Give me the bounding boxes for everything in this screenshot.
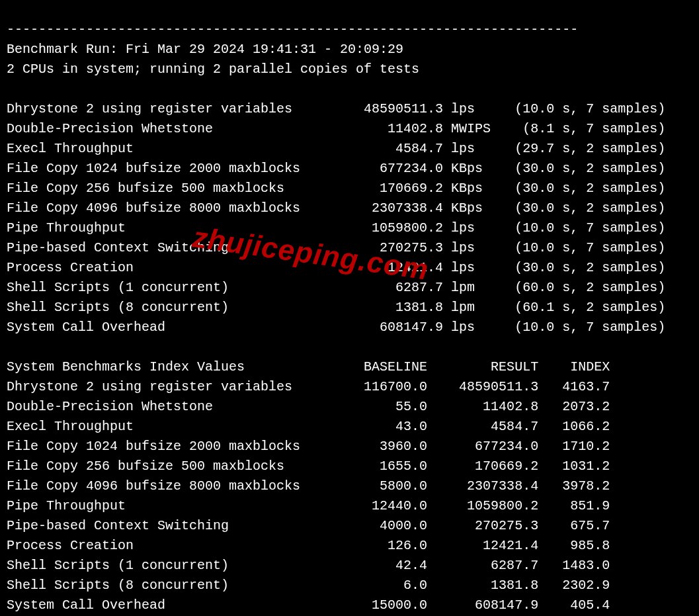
benchmark-run-line: Benchmark Run: Fri Mar 29 2024 19:41:31 … [7,42,403,57]
terminal-output: ----------------------------------------… [0,0,699,616]
separator-line: ----------------------------------------… [7,22,578,37]
benchmark-run-time: Fri Mar 29 2024 19:41:31 - 20:09:29 [126,42,403,57]
tests-block: Dhrystone 2 using register variables 485… [7,101,665,335]
benchmark-run-prefix: Benchmark Run: [7,42,126,57]
index-block: System Benchmarks Index Values BASELINE … [7,359,610,613]
cpu-info-line: 2 CPUs in system; running 2 parallel cop… [7,62,419,77]
